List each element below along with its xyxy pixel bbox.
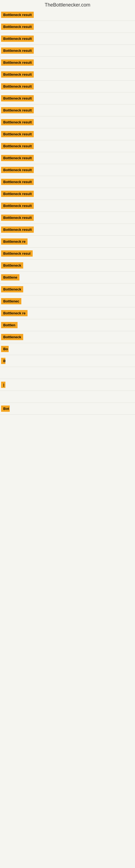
bottleneck-badge[interactable]: Bo [1, 346, 9, 352]
bottleneck-badge[interactable]: Bottleneck result [1, 203, 34, 209]
bottleneck-badge[interactable]: Bottleneck result [1, 215, 34, 221]
bottleneck-badge[interactable]: Bottleneck result [1, 155, 34, 161]
bottleneck-badge[interactable]: B [1, 358, 5, 364]
bottleneck-badge[interactable]: Bottlen [1, 322, 17, 328]
bottleneck-badge[interactable]: Bottleneck result [1, 143, 34, 149]
bottleneck-item: Bottleneck result [0, 116, 135, 128]
bottleneck-item: Bottleneck result [0, 9, 135, 21]
bottleneck-item: Bot [0, 403, 135, 415]
bottleneck-item: Bottleneck result [0, 45, 135, 57]
bottleneck-item [0, 367, 135, 379]
bottleneck-item: Bottleneck result [0, 188, 135, 200]
bottleneck-item: Bottleneck result [0, 93, 135, 104]
bottleneck-item: Bottleneck result [0, 128, 135, 140]
bottleneck-badge[interactable]: Bottleneck re [1, 239, 28, 245]
bottleneck-item: Bottleneck result [0, 69, 135, 81]
site-title: TheBottlenecker.com [0, 0, 135, 9]
bottleneck-badge[interactable]: Bottleneck result [1, 191, 34, 197]
bottleneck-item: Bottleneck [0, 331, 135, 343]
items-container: Bottleneck resultBottleneck resultBottle… [0, 9, 135, 849]
bottleneck-badge[interactable]: Bottleneck result [1, 83, 34, 90]
bottleneck-badge[interactable]: Bottleneck result [1, 107, 34, 113]
bottleneck-item [0, 391, 135, 403]
bottleneck-item: Bottlenec [0, 296, 135, 307]
bottleneck-badge[interactable]: Bottleneck result [1, 167, 34, 173]
bottleneck-badge[interactable]: Bottleneck [1, 286, 23, 292]
bottleneck-badge[interactable]: | [1, 382, 5, 388]
bottleneck-badge[interactable]: Bottleneck result [1, 35, 34, 42]
bottleneck-item: Bottlene [0, 272, 135, 283]
bottleneck-item: Bottleneck result [0, 81, 135, 93]
bottleneck-item: Bo [0, 343, 135, 355]
bottleneck-badge[interactable]: Bottleneck result [1, 179, 34, 185]
bottleneck-badge[interactable]: Bottleneck re [1, 310, 28, 316]
bottleneck-item: Bottleneck result [0, 21, 135, 33]
bottleneck-badge[interactable]: Bottlenec [1, 298, 21, 304]
bottleneck-item: Bottleneck resul [0, 248, 135, 259]
bottleneck-badge[interactable]: Bottleneck [1, 262, 23, 269]
bottleneck-badge[interactable]: Bottleneck result [1, 59, 34, 66]
page-wrapper: TheBottlenecker.com Bottleneck resultBot… [0, 0, 135, 868]
bottleneck-badge[interactable]: Bottleneck result [1, 24, 34, 30]
bottleneck-item: Bottleneck result [0, 164, 135, 176]
bottleneck-item: Bottleneck result [0, 176, 135, 188]
bottleneck-item: Bottleneck result [0, 140, 135, 152]
bottleneck-badge[interactable]: Bot [1, 405, 10, 412]
bottleneck-badge[interactable]: Bottleneck result [1, 95, 34, 101]
bottleneck-badge[interactable]: Bottleneck result [1, 48, 34, 54]
bottleneck-item: | [0, 379, 135, 391]
bottleneck-badge[interactable]: Bottleneck result [1, 226, 34, 233]
bottleneck-badge[interactable]: Bottleneck [1, 334, 23, 340]
bottleneck-item: Bottleneck re [0, 307, 135, 319]
bottleneck-badge[interactable]: Bottleneck result [1, 119, 34, 125]
bottleneck-item: Bottleneck result [0, 152, 135, 164]
bottleneck-item: B [0, 355, 135, 367]
bottleneck-item: Bottleneck result [0, 224, 135, 236]
bottleneck-badge[interactable]: Bottleneck result [1, 71, 34, 78]
bottleneck-item: Bottleneck result [0, 104, 135, 116]
bottleneck-item: Bottleneck result [0, 212, 135, 224]
bottleneck-badge[interactable]: Bottleneck result [1, 12, 34, 18]
bottleneck-item: Bottleneck re [0, 236, 135, 248]
bottleneck-badge[interactable]: Bottlene [1, 274, 19, 280]
bottleneck-item: Bottleneck [0, 283, 135, 296]
bottleneck-badge[interactable]: Bottleneck result [1, 131, 34, 137]
bottleneck-item: Bottleneck [0, 259, 135, 272]
bottleneck-badge[interactable]: Bottleneck resul [1, 250, 33, 257]
bottleneck-item: Bottlen [0, 319, 135, 331]
bottleneck-item: Bottleneck result [0, 200, 135, 212]
bottleneck-item: Bottleneck result [0, 33, 135, 45]
bottleneck-item: Bottleneck result [0, 57, 135, 69]
